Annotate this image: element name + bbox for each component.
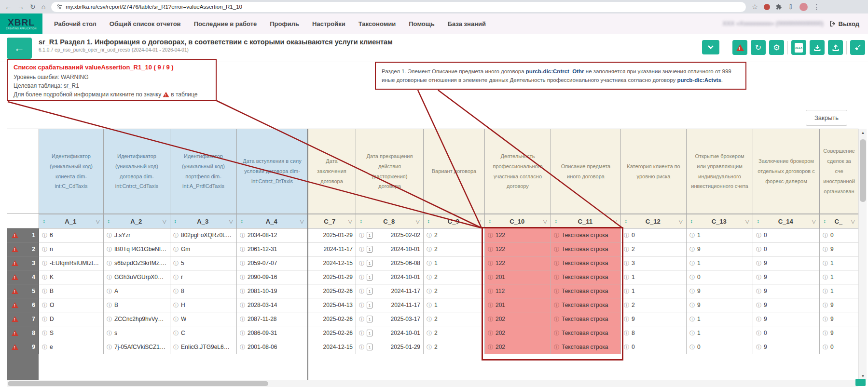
info-icon[interactable]: ⓘ [689,331,695,336]
row-header-5[interactable]: 5 [7,284,39,298]
column-code-cell-C_11[interactable]: ↕C_11▽ [551,214,621,228]
cell-A_1-row-7[interactable]: ⓘD [39,312,104,326]
cell-A_1-row-5[interactable]: ⓘB [39,284,104,298]
cell-C_8-row-1[interactable]: ⓘ12025-02-02 [356,228,424,242]
downloads-icon[interactable]: ⇩ [788,3,794,10]
cell-C_10-row-7[interactable]: ⓘ202 [485,312,551,326]
filter-funnel-icon[interactable]: ▽ [851,218,855,225]
info-icon[interactable]: ⓘ [427,247,432,252]
cell-C_13-row-3[interactable]: ⓘ1 [687,256,753,270]
info-icon[interactable]: ⓘ [689,233,695,238]
info-icon[interactable]: ⓘ [240,303,245,308]
info-icon[interactable]: ⓘ [42,317,47,322]
cell-C_12-row-4[interactable]: ⓘ1 [621,270,687,284]
info-icon[interactable]: ⓘ [240,317,245,322]
info-icon[interactable]: ⓘ [240,233,245,238]
info-icon[interactable]: ⓘ [240,345,245,350]
info-icon[interactable]: ⓘ [624,261,629,266]
cell-C_10-row-2[interactable]: ⓘ122 [485,242,551,256]
filter-funnel-icon[interactable]: ▽ [96,218,100,225]
info-icon[interactable]: ⓘ [173,345,179,350]
cell-C_8-row-6[interactable]: ⓘ12024-11-17 [356,298,424,312]
cell-A_4-row-1[interactable]: ⓘ2034-08-12 [237,228,308,242]
back-icon[interactable]: ← [5,3,12,10]
cell-A_4-row-8[interactable]: ⓘ2086-09-31 [237,326,308,340]
cell-C_13-row-6[interactable]: ⓘ9 [687,298,753,312]
filter-funnel-icon[interactable]: ▽ [229,218,233,225]
info-icon[interactable]: ⓘ [823,331,828,336]
menu-item-help[interactable]: Помощь [409,20,434,27]
menu-item-taxonomies[interactable]: Таксономии [358,20,396,27]
menu-item-desktop[interactable]: Рабочий стол [54,20,96,27]
cell-C_13-row-7[interactable]: ⓘ1 [687,312,753,326]
cell-C_12-row-9[interactable]: ⓘ0 [621,340,687,354]
cell-A_4-row-4[interactable]: ⓘ2090-09-16 [237,270,308,284]
calendar-icon[interactable]: 1 [367,246,372,253]
info-icon[interactable]: ⓘ [624,275,629,280]
vertical-scrollbar[interactable]: ▲ ▼ [858,129,867,380]
info-icon[interactable]: ⓘ [488,261,493,266]
horizontal-scrollbar[interactable] [7,380,858,387]
export-xlsx-button[interactable]: XLSX [791,40,806,55]
cell-C_9-row-6[interactable]: ⓘ1 [424,298,485,312]
info-icon[interactable]: ⓘ [427,345,432,350]
info-icon[interactable]: ⓘ [756,275,761,280]
info-icon[interactable]: ⓘ [359,345,364,350]
cell-A_4-row-6[interactable]: ⓘ2028-03-14 [237,298,308,312]
cell-C_-row-9[interactable]: ⓘ0 [820,340,859,354]
info-icon[interactable]: ⓘ [823,303,828,308]
logout-button[interactable]: Выход [829,20,859,27]
cell-C_8-row-4[interactable]: ⓘ12024-10-01 [356,270,424,284]
info-icon[interactable]: ⓘ [42,345,47,350]
star-icon[interactable]: ☆ [752,3,758,10]
cell-C_11-row-7[interactable]: ⓘТекстовая строка [551,312,621,326]
cell-A_2-row-1[interactable]: ⓘJ.sYzr [104,228,170,242]
column-code-cell-A_1[interactable]: ↕A_1▽ [39,214,104,228]
cell-C_-row-1[interactable]: ⓘ0 [820,228,859,242]
info-icon[interactable]: ⓘ [823,275,828,280]
row-header-3[interactable]: 3 [7,256,39,270]
cell-C_9-row-1[interactable]: ⓘ2 [424,228,485,242]
info-icon[interactable]: ⓘ [756,303,761,308]
info-icon[interactable]: ⓘ [173,261,179,266]
info-icon[interactable]: ⓘ [240,275,245,280]
filter-funnel-icon[interactable]: ▽ [812,218,816,225]
info-icon[interactable]: ⓘ [240,289,245,294]
calendar-icon[interactable]: 1 [367,316,372,322]
filter-funnel-icon[interactable]: ▽ [477,218,481,225]
column-code-cell-C_10[interactable]: ↕C_10▽ [485,214,551,228]
refresh-button[interactable]: ↻ [751,40,766,55]
info-icon[interactable]: ⓘ [42,303,47,308]
calendar-icon[interactable]: 1 [367,288,372,294]
cell-C_9-row-8[interactable]: ⓘ2 [424,326,485,340]
cell-C_11-row-1[interactable]: ⓘТекстовая строка [551,228,621,242]
cell-C_-row-6[interactable]: ⓘ9 [820,298,859,312]
cell-C_7-row-7[interactable]: 2025-02-26 [308,312,356,326]
cell-C_9-row-9[interactable]: ⓘ2 [424,340,485,354]
cell-C_10-row-4[interactable]: ⓘ201 [485,270,551,284]
info-icon[interactable]: ⓘ [689,303,695,308]
cell-A_1-row-4[interactable]: ⓘK [39,270,104,284]
calendar-icon[interactable]: 1 [367,344,372,350]
cell-A_1-row-2[interactable]: ⓘn [39,242,104,256]
cell-C_7-row-8[interactable]: 2025-02-26 [308,326,356,340]
info-icon[interactable]: ⓘ [823,317,828,322]
info-icon[interactable]: ⓘ [173,303,179,308]
cell-C_14-row-7[interactable]: ⓘ9 [753,312,820,326]
cell-C_7-row-9[interactable]: 2024-12-15 [308,340,356,354]
info-icon[interactable]: ⓘ [240,331,245,336]
info-icon[interactable]: ⓘ [173,289,179,294]
info-icon[interactable]: ⓘ [427,303,432,308]
cell-C_14-row-8[interactable]: ⓘ0 [753,326,820,340]
cell-C_14-row-3[interactable]: ⓘ9 [753,256,820,270]
cell-A_4-row-7[interactable]: ⓘ2087-11-28 [237,312,308,326]
info-icon[interactable]: ⓘ [240,261,245,266]
cell-C_-row-2[interactable]: ⓘ9 [820,242,859,256]
info-icon[interactable]: ⓘ [42,261,47,266]
info-icon[interactable]: ⓘ [359,289,364,294]
column-code-cell-C_7[interactable]: C_7▽ [308,214,356,228]
row-header-1[interactable]: 1 [7,228,39,242]
info-icon[interactable]: ⓘ [107,275,112,280]
cell-A_1-row-1[interactable]: ⓘ6 [39,228,104,242]
cell-A_1-row-8[interactable]: ⓘS [39,326,104,340]
